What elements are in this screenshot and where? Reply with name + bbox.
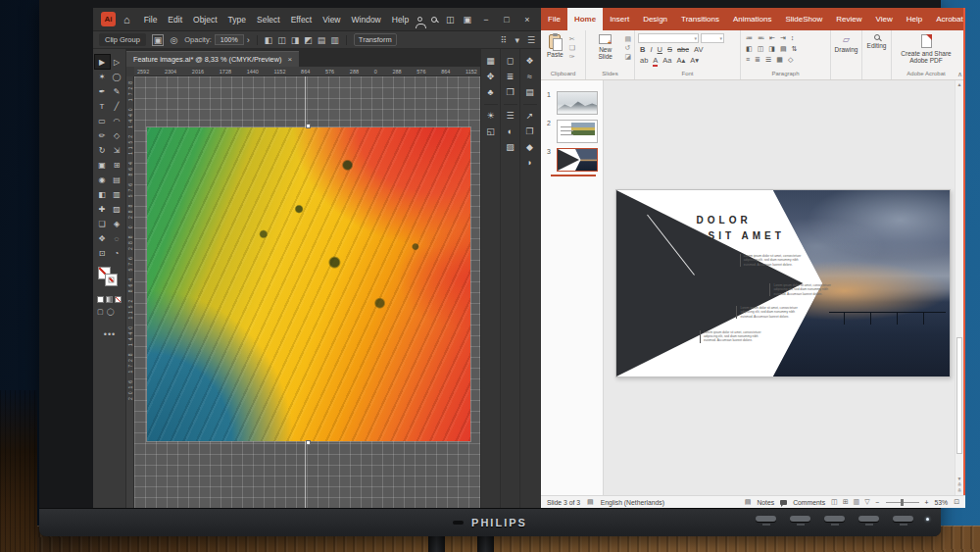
paragraph-icon[interactable]: ≔	[746, 33, 753, 42]
font-extra-icon[interactable]: A▴	[677, 56, 686, 67]
panel-icon[interactable]: ☰	[506, 112, 514, 121]
language-indicator[interactable]: English (Netherlands)	[601, 499, 664, 506]
view-button[interactable]: ▽	[864, 498, 869, 506]
panel-icon[interactable]: ↗	[526, 112, 534, 121]
slide-text-block[interactable]: Lorem ipsum dolor sit amet, consectetuer…	[700, 330, 766, 343]
font-size-combo[interactable]: ▾	[701, 33, 724, 43]
menu-item-file[interactable]: File	[144, 15, 158, 25]
font-format-icon[interactable]: U	[658, 45, 662, 54]
tool-icon[interactable]: ▨	[110, 202, 124, 216]
ribbon-tab-help[interactable]: Help	[900, 8, 929, 30]
align-icon[interactable]: ▤	[318, 35, 326, 45]
vertical-scrollbar[interactable]: ▲ ▼ ≙ ≚	[955, 80, 963, 495]
edit-toolbar-button[interactable]: •••	[93, 329, 126, 339]
align-icon[interactable]: ◫	[277, 35, 286, 45]
none-button[interactable]	[115, 296, 122, 303]
font-format-icon[interactable]: AV	[694, 45, 703, 54]
collapse-ribbon-icon[interactable]: ∧	[957, 71, 962, 78]
illustrator-app-icon[interactable]: Ai	[101, 12, 116, 26]
slide-text-block[interactable]: Lorem ipsum dolor sit amet, consectetuer…	[769, 283, 836, 296]
ribbon-tab-home[interactable]: Home	[567, 8, 603, 30]
tool-icon[interactable]: ▶	[95, 55, 110, 69]
view-button[interactable]: ▥	[854, 498, 860, 506]
minimize-button[interactable]: −	[480, 15, 492, 25]
target-icon[interactable]: ◎	[170, 35, 177, 45]
accessibility-icon[interactable]: ▤	[587, 498, 594, 506]
menu-item-edit[interactable]: Edit	[168, 15, 182, 25]
align-icon[interactable]: ◨	[291, 35, 300, 45]
panel-icon[interactable]: ❖	[525, 57, 533, 66]
document-tab[interactable]: Feature images.ai* @ 8,33 % (CMYK/Previe…	[126, 51, 299, 67]
draw-mode-icon[interactable]: ◯	[107, 308, 115, 316]
fit-to-window-icon[interactable]: ⊡	[954, 498, 959, 506]
font-format-icon[interactable]: abc	[677, 45, 689, 54]
slide-thumbnail[interactable]	[557, 120, 598, 143]
slide-thumbnail[interactable]	[557, 91, 598, 115]
ribbon-tab-view[interactable]: View	[869, 8, 900, 30]
paragraph-icon[interactable]: ◫	[758, 44, 764, 53]
paragraph-icon[interactable]: ≡	[746, 55, 750, 64]
ribbon-tab-file[interactable]: File	[541, 8, 567, 30]
panel-icon[interactable]: ❒	[506, 88, 514, 97]
tool-icon[interactable]: ◌	[110, 231, 124, 245]
account-icon[interactable]	[417, 17, 422, 22]
opacity-value[interactable]: 100%	[215, 34, 244, 45]
slides-small-icon[interactable]: ▤	[624, 35, 631, 42]
tool-icon[interactable]: ▤	[110, 173, 124, 186]
view-button[interactable]: ◫	[831, 498, 838, 506]
tool-icon[interactable]: ▭	[95, 114, 110, 127]
menu-item-type[interactable]: Type	[228, 15, 246, 25]
monitor-button[interactable]	[824, 516, 845, 522]
menu-item-help[interactable]: Help	[392, 15, 409, 25]
illustrator-canvas[interactable]: 2592230420161728144011528645762880288576…	[126, 67, 480, 508]
paragraph-icon[interactable]: ◇	[788, 55, 793, 64]
slide-text-block[interactable]: Lorem ipsum dolor sit amet, consectetuer…	[736, 306, 803, 319]
slides-small-icon[interactable]: ◪	[624, 53, 631, 60]
menu-item-window[interactable]: Window	[352, 15, 381, 25]
font-format-icon[interactable]: B	[640, 45, 645, 54]
panel-icon[interactable]: ◗	[527, 159, 532, 168]
panel-icon[interactable]: ◐	[508, 127, 513, 136]
workspace-icon[interactable]: ▣	[463, 15, 471, 25]
tool-icon[interactable]: ✒	[95, 84, 110, 98]
home-icon[interactable]: ⌂	[123, 14, 130, 25]
selection-handle[interactable]	[306, 440, 311, 445]
scroll-up-icon[interactable]: ▲	[956, 81, 963, 87]
tab-close-icon[interactable]: ×	[287, 55, 292, 64]
paragraph-icon[interactable]: ▤	[780, 44, 787, 53]
tool-icon[interactable]: ✎	[110, 84, 124, 98]
ribbon-tab-animations[interactable]: Animations	[726, 8, 779, 30]
tool-icon[interactable]: ▣	[95, 158, 110, 172]
font-name-combo[interactable]: ▾	[638, 33, 699, 43]
panel-icon[interactable]: ≣	[507, 73, 514, 81]
slide-text-block[interactable]: Lorem ipsum dolor sit amet, consectetuer…	[740, 254, 807, 267]
paragraph-icon[interactable]: ⇤	[769, 33, 775, 42]
ribbon-tab-insert[interactable]: Insert	[603, 8, 636, 30]
comments-button[interactable]: Comments	[793, 499, 825, 506]
paragraph-icon[interactable]: ▦	[776, 55, 783, 64]
panel-icon[interactable]: ✥	[487, 73, 495, 81]
slide-editing-area[interactable]: DOLOR SIT AMET Lorem ipsum dolor sit ame…	[604, 80, 956, 495]
tool-icon[interactable]: ⊞	[110, 158, 124, 172]
scrollbar-thumb[interactable]	[956, 337, 962, 453]
stroke-swatch-none[interactable]	[105, 274, 118, 286]
zoom-slider-thumb[interactable]	[901, 499, 904, 506]
selection-handle[interactable]	[306, 124, 311, 128]
opacity-caret-icon[interactable]: ›	[247, 35, 250, 45]
clipboard-small-icon[interactable]: ❏	[569, 44, 575, 51]
tool-icon[interactable]: ◧	[95, 187, 110, 201]
tool-icon[interactable]: ◠	[110, 114, 124, 127]
zoom-out-button[interactable]: −	[876, 499, 880, 506]
align-icon[interactable]: ◧	[265, 35, 273, 45]
draw-mode-icon[interactable]: ▢	[97, 308, 104, 316]
align-icon[interactable]: ◩	[304, 35, 313, 45]
panel-icon[interactable]: ◱	[486, 127, 495, 136]
panel-icon[interactable]: ♣	[488, 88, 494, 97]
font-extra-icon[interactable]: A	[653, 56, 658, 67]
tool-icon[interactable]: ▷	[110, 55, 124, 69]
notes-button[interactable]: Notes	[757, 499, 774, 506]
panel-option-icon[interactable]: ▾	[514, 35, 519, 45]
paragraph-icon[interactable]: ≕	[758, 33, 764, 42]
clipboard-small-icon[interactable]: ✑	[569, 53, 575, 60]
gradient-button[interactable]	[106, 296, 113, 303]
